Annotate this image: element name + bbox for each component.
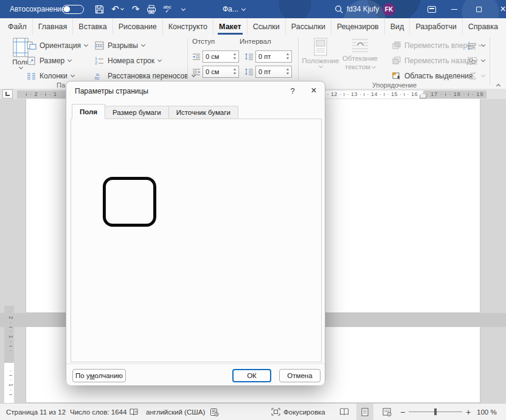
spelling-check-button[interactable]: abc ✓ <box>159 0 175 18</box>
spinner-arrows[interactable] <box>230 68 238 75</box>
close-icon: × <box>311 85 316 96</box>
ribbon-display-options-icon[interactable] <box>423 0 441 18</box>
group-divider <box>490 38 490 85</box>
spacing-after-field[interactable]: 0 пт <box>255 66 292 78</box>
line-numbers-icon: 12 <box>94 57 105 65</box>
print-preview-button[interactable] <box>144 0 159 18</box>
chevron-down-icon <box>68 58 72 62</box>
zoom-slider-handle[interactable] <box>434 408 437 415</box>
position-button[interactable]: Положение <box>302 38 339 67</box>
chevron-up-icon <box>496 84 501 88</box>
tab-developer[interactable]: Разработчи <box>410 18 462 35</box>
tab-home[interactable]: Главная <box>33 18 74 35</box>
dialog-close-button[interactable]: × <box>306 83 322 98</box>
arrange-group-label: Упорядочение <box>372 81 417 89</box>
dialog-tab-margins[interactable]: Поля <box>72 104 105 119</box>
web-layout-button[interactable] <box>378 404 395 420</box>
save-icon[interactable] <box>91 0 107 18</box>
ruler-right-margin: · 17 · ı · 18 · ı · 19 <box>423 91 487 98</box>
svg-text:bc: bc <box>95 76 100 80</box>
tab-layout[interactable]: Макет <box>213 18 248 35</box>
word-count-status[interactable]: Число слов: 1644 <box>70 404 126 420</box>
maximize-button[interactable] <box>470 0 488 18</box>
line-numbers-button[interactable]: 12 Номера строк <box>94 53 195 68</box>
autosave-toggle[interactable] <box>62 0 84 18</box>
indent-right-field[interactable]: 0 см <box>203 66 239 78</box>
accessibility-checker-button[interactable] <box>210 404 219 420</box>
focus-icon <box>271 408 280 416</box>
minimize-button[interactable] <box>445 0 463 18</box>
align-objects-button[interactable] <box>467 38 485 53</box>
spinner-arrows[interactable] <box>283 68 291 75</box>
group-objects-button[interactable] <box>467 53 485 68</box>
tab-view[interactable]: Вид <box>385 18 411 35</box>
customize-qat-button[interactable] <box>175 0 191 18</box>
tab-help[interactable]: Справка <box>463 18 504 35</box>
zoom-slider-track[interactable] <box>409 411 462 412</box>
page-setup-dialog: Параметры страницы ? × Поля Размер бумаг… <box>66 81 325 385</box>
rotate-icon <box>467 72 478 80</box>
spinner-arrows[interactable] <box>230 53 238 60</box>
indent-right-icon <box>192 68 201 75</box>
zoom-in-button[interactable]: + <box>466 404 471 420</box>
rotate-objects-button[interactable] <box>467 68 485 83</box>
print-layout-button[interactable] <box>356 404 373 420</box>
cancel-button[interactable]: Отмена <box>279 369 321 382</box>
undo-button[interactable]: ↶ <box>107 0 128 18</box>
spinner-arrows[interactable] <box>283 53 291 60</box>
tab-draw[interactable]: Рисование <box>113 18 163 35</box>
indent-left-field[interactable]: 0 см <box>203 50 239 63</box>
send-backward-icon <box>392 57 401 64</box>
focus-mode-button[interactable]: Фокусировка <box>271 404 325 420</box>
dialog-tab-paper-size[interactable]: Размер бумаги <box>105 106 169 119</box>
dialog-tab-paper-source[interactable]: Источник бумаги <box>169 106 238 119</box>
zoom-level[interactable]: 100 % <box>477 404 497 420</box>
redo-button[interactable]: ↷ <box>128 0 144 18</box>
avatar[interactable]: FK <box>383 3 395 16</box>
size-button[interactable]: Размер <box>27 53 88 68</box>
tab-insert[interactable]: Вставка <box>73 18 113 35</box>
tab-references[interactable]: Ссылки <box>248 18 286 35</box>
document-title[interactable]: Фа... <box>223 0 245 18</box>
ok-button[interactable]: ОК <box>232 369 271 382</box>
tab-file[interactable]: Файл <box>0 18 33 35</box>
page-number-status[interactable]: Страница 11 из 12 <box>6 404 66 420</box>
language-status[interactable]: английский (США) <box>146 404 205 420</box>
chevron-down-icon <box>181 6 185 10</box>
spacing-before-field[interactable]: 0 пт <box>255 50 292 63</box>
dialog-tab-strip: Поля Размер бумаги Источник бумаги <box>72 104 238 119</box>
orientation-button[interactable]: Ориентация <box>27 38 88 53</box>
quick-access-toolbar: ↶ ↷ abc ✓ <box>91 0 191 18</box>
breaks-button[interactable]: Разрывы <box>94 38 195 53</box>
chevron-down-icon <box>481 58 485 62</box>
search-icon[interactable] <box>334 0 344 18</box>
read-mode-button[interactable] <box>336 404 353 420</box>
share-button[interactable]: Поделиться <box>504 21 506 32</box>
zoom-slider[interactable] <box>409 404 462 420</box>
ruler-active-area: · 12 · ı · 13 · ı · 14 · ı · 15 · ı · 16… <box>325 91 423 98</box>
chevron-down-icon <box>481 73 485 77</box>
tab-mailings[interactable]: Рассылки <box>286 18 331 35</box>
user-name[interactable]: fd34 Kjufy <box>347 0 379 18</box>
bring-forward-icon <box>392 41 401 49</box>
svg-text:2: 2 <box>95 61 97 65</box>
page-setup-column-1: Ориентация Размер Колонки <box>27 38 88 83</box>
tab-review[interactable]: Рецензиров <box>331 18 385 35</box>
proofing-errors-button[interactable] <box>129 404 139 420</box>
dialog-title: Параметры страницы <box>75 87 148 95</box>
dialog-help-button[interactable]: ? <box>286 84 299 97</box>
ruler-left-margin: ı · 2 · ı · 1 <box>17 91 66 98</box>
zoom-out-button[interactable]: − <box>400 404 405 420</box>
wrap-text-button[interactable]: Обтекание текстом <box>341 38 379 71</box>
spacing-header: Интервал <box>240 38 271 49</box>
chevron-down-icon <box>71 73 75 77</box>
document-title-text: Фа... <box>223 5 238 13</box>
collapse-ribbon-button[interactable] <box>497 81 500 89</box>
tab-design[interactable]: Конструкто <box>163 18 213 35</box>
close-button[interactable]: × <box>494 0 506 18</box>
set-as-default-button[interactable]: По умолчанию <box>72 369 126 382</box>
arrange-icons-column <box>467 38 485 83</box>
svg-text:1: 1 <box>95 57 97 61</box>
tab-stop-selector[interactable] <box>2 89 13 98</box>
chevron-down-icon <box>318 64 322 68</box>
